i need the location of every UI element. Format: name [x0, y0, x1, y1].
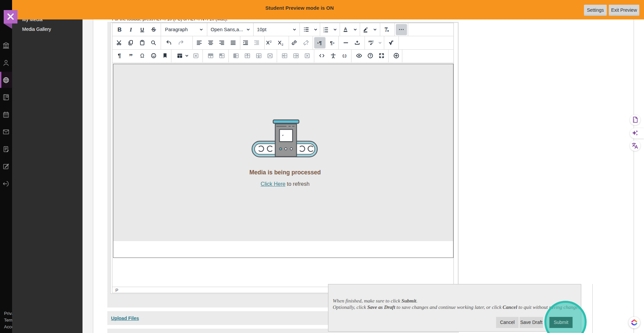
svg-text:Open Sans,a...: Open Sans,a...	[211, 27, 243, 32]
svg-text:10pt: 10pt	[257, 27, 266, 32]
svg-text:Paragraph: Paragraph	[165, 27, 188, 32]
